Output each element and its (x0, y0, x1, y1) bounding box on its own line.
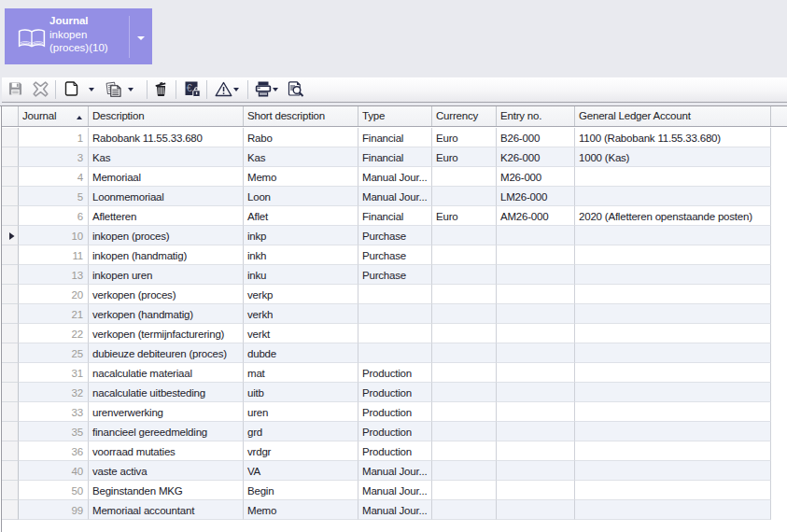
svg-text:€: € (187, 82, 192, 93)
